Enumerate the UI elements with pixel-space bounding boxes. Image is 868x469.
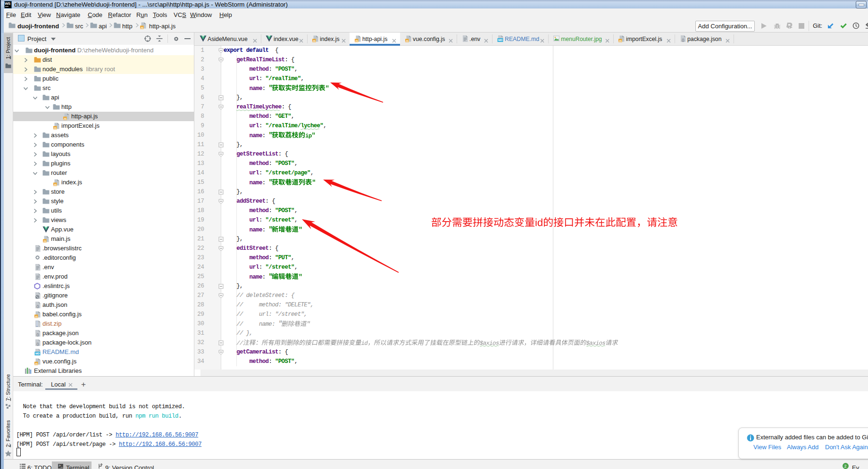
svg-text:JS: JS [406,40,409,42]
svg-text:JS: JS [43,240,47,243]
svg-text:JS: JS [619,40,622,42]
svg-text:JS: JS [355,40,359,42]
svg-text:JS: JS [54,127,57,130]
svg-text:MD: MD [498,39,502,41]
svg-text:{}: {} [36,332,39,337]
svg-text:JS: JS [35,362,38,365]
svg-text:JS: JS [54,183,57,186]
svg-text:JS: JS [64,117,67,120]
svg-text:JS: JS [35,315,38,318]
svg-text:{}: {} [36,342,39,346]
svg-text:JS: JS [141,26,144,29]
svg-text:JS: JS [313,40,316,42]
svg-text:{}: {} [682,38,684,42]
svg-text:{}: {} [36,304,39,308]
svg-text:MD: MD [35,352,40,355]
